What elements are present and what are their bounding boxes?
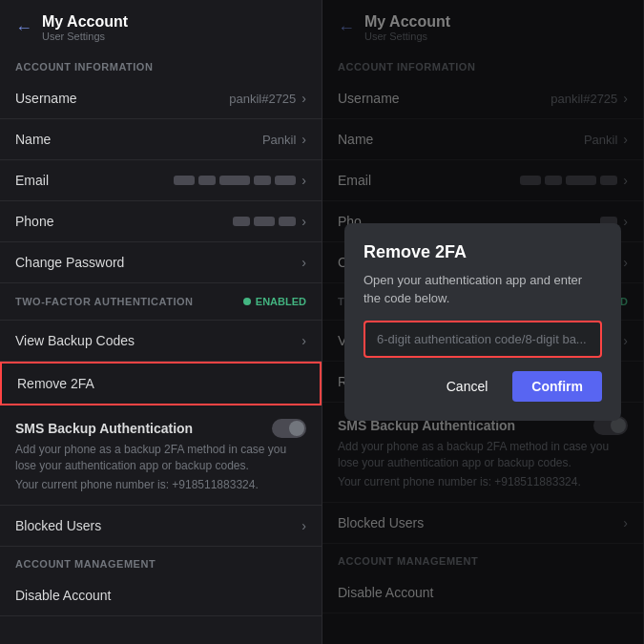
right-panel: ← My Account User Settings ACCOUNT INFOR… (322, 0, 643, 644)
modal-description: Open your authentication app and enter t… (364, 272, 602, 306)
left-sms-title: SMS Backup Authentication (15, 419, 306, 438)
left-enabled-dot (243, 298, 251, 305)
modal-title: Remove 2FA (364, 242, 602, 262)
left-username-label: Username (15, 91, 77, 106)
left-username-chevron: › (301, 91, 306, 106)
left-sms-phone: Your current phone number is: +918511883… (15, 478, 306, 491)
left-header: ← My Account User Settings (0, 0, 322, 50)
remove-2fa-modal: Remove 2FA Open your authentication app … (344, 223, 621, 420)
left-change-password-label: Change Password (15, 255, 124, 270)
left-username-item[interactable]: Username pankil#2725 › (0, 78, 322, 119)
left-name-label: Name (15, 132, 51, 147)
blur-block-4 (254, 176, 271, 185)
left-change-password-item[interactable]: Change Password › (0, 242, 322, 283)
auth-code-input[interactable] (364, 321, 602, 358)
left-back-arrow[interactable]: ← (15, 18, 32, 38)
left-email-label: Email (15, 173, 49, 188)
left-phone-value: › (233, 214, 306, 229)
left-view-backup-item[interactable]: View Backup Codes › (0, 321, 322, 362)
left-sms-section: SMS Backup Authentication Add your phone… (0, 405, 322, 506)
left-username-value: pankil#2725 › (229, 91, 306, 106)
left-email-chevron: › (301, 173, 306, 188)
left-change-password-chevron: › (301, 255, 306, 270)
left-phone-item[interactable]: Phone › (0, 201, 322, 242)
left-blocked-users-item[interactable]: Blocked Users › (0, 506, 322, 547)
left-sms-toggle[interactable] (272, 419, 306, 438)
left-view-backup-label: View Backup Codes (15, 333, 135, 348)
blur-block-5 (275, 176, 296, 185)
left-name-chevron: › (301, 132, 306, 147)
left-view-backup-chevron: › (301, 333, 306, 348)
blur-block-2 (198, 176, 216, 185)
left-phone-chevron: › (301, 214, 306, 229)
left-disable-account-item[interactable]: Disable Account (0, 575, 322, 616)
left-blocked-chevron: › (301, 518, 306, 533)
left-enabled-text: ENABLED (256, 296, 306, 307)
left-remove-2fa-label: Remove 2FA (17, 376, 94, 391)
left-remove-2fa-item[interactable]: Remove 2FA (0, 362, 322, 405)
left-two-fa-label: TWO-FACTOR AUTHENTICATION (15, 296, 193, 307)
left-subtitle: User Settings (42, 31, 128, 42)
left-email-item[interactable]: Email › (0, 160, 322, 201)
left-blocked-users-label: Blocked Users (15, 518, 101, 533)
left-disable-account-label: Disable Account (15, 588, 111, 603)
modal-buttons: Cancel Confirm (364, 371, 602, 402)
left-email-blur (174, 176, 296, 185)
left-toggle-knob (289, 421, 304, 436)
left-sms-title-text: SMS Backup Authentication (15, 421, 193, 436)
cancel-button[interactable]: Cancel (431, 371, 504, 402)
left-sms-desc: Add your phone as a backup 2FA method in… (15, 442, 306, 474)
left-account-mgmt-label: ACCOUNT MANAGEMENT (0, 547, 322, 575)
left-name-item[interactable]: Name Pankil › (0, 119, 322, 160)
left-name-text: Pankil (262, 133, 296, 147)
left-phone-label: Phone (15, 214, 53, 229)
confirm-button[interactable]: Confirm (512, 371, 602, 402)
left-title: My Account (42, 13, 128, 31)
blur-block-p3 (279, 217, 296, 226)
left-two-fa-row: TWO-FACTOR AUTHENTICATION ENABLED (0, 283, 322, 321)
blur-block-1 (174, 176, 195, 185)
left-header-text: My Account User Settings (42, 13, 128, 42)
left-name-value: Pankil › (262, 132, 306, 147)
left-email-value: › (174, 173, 306, 188)
blur-block-p1 (233, 217, 250, 226)
left-panel: ← My Account User Settings ACCOUNT INFOR… (0, 0, 322, 644)
left-enabled-badge: ENABLED (243, 296, 306, 307)
left-phone-blur (233, 217, 296, 226)
left-account-info-label: ACCOUNT INFORMATION (0, 50, 322, 78)
blur-block-3 (219, 176, 250, 185)
modal-overlay: Remove 2FA Open your authentication app … (322, 0, 643, 644)
blur-block-p2 (254, 217, 275, 226)
left-username-text: pankil#2725 (229, 92, 296, 106)
